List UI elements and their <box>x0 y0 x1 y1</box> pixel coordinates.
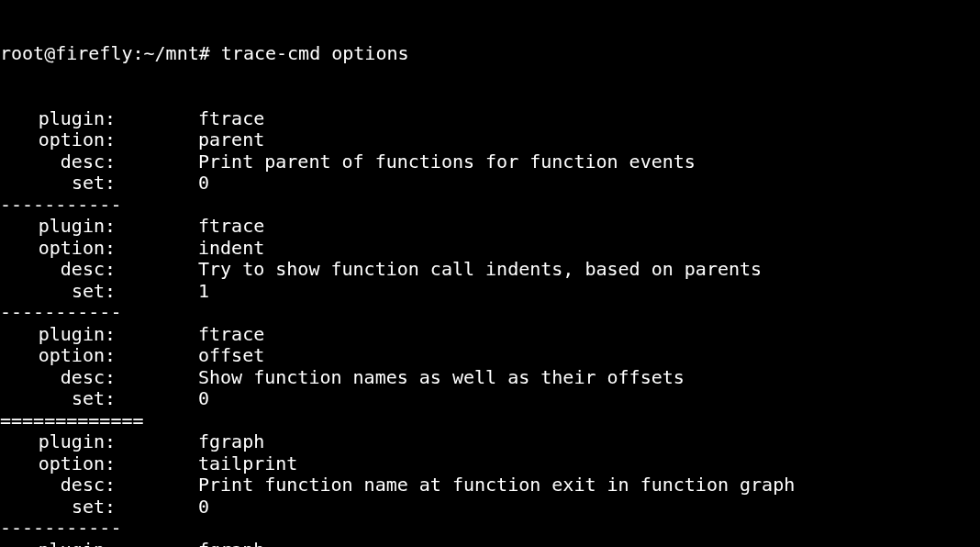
kv-row: set:0 <box>0 497 980 519</box>
desc-label: desc <box>0 367 105 389</box>
option-label: option <box>0 238 105 260</box>
option-value: indent <box>198 238 264 260</box>
desc-label: desc <box>0 151 105 173</box>
set-value: 1 <box>198 281 209 303</box>
plugin-label: plugin <box>0 431 105 453</box>
plugin-value: ftrace <box>198 216 264 238</box>
set-label: set <box>0 388 105 410</box>
kv-row: option:parent <box>0 129 980 151</box>
separator-minor: ----------- <box>0 195 980 217</box>
prompt: root@firefly:~/mnt# <box>0 42 221 64</box>
command-line: root@firefly:~/mnt# trace-cmd options <box>0 43 980 65</box>
desc-value: Try to show function call indents, based… <box>198 259 762 281</box>
desc-value: Print function name at function exit in … <box>198 474 795 497</box>
plugin-value: fgraph <box>198 540 264 548</box>
kv-row: plugin:ftrace <box>0 324 980 346</box>
set-label: set <box>0 497 105 519</box>
command: trace-cmd options <box>221 42 409 64</box>
option-label: option <box>0 453 105 475</box>
plugin-label: plugin <box>0 324 105 346</box>
plugin-label: plugin <box>0 108 105 130</box>
plugin-label: plugin <box>0 540 105 548</box>
option-value: parent <box>198 129 264 151</box>
kv-row: plugin:ftrace <box>0 108 980 130</box>
terminal[interactable]: root@firefly:~/mnt# trace-cmd options pl… <box>0 0 980 547</box>
kv-row: plugin:ftrace <box>0 216 980 238</box>
desc-value: Show function names as well as their off… <box>198 367 685 389</box>
separator-minor: ----------- <box>0 518 980 540</box>
plugin-value: ftrace <box>198 108 264 130</box>
kv-row: set:0 <box>0 173 980 195</box>
set-value: 0 <box>198 173 209 195</box>
kv-row: desc:Show function names as well as thei… <box>0 367 980 389</box>
plugin-label: plugin <box>0 216 105 238</box>
kv-row: option:offset <box>0 345 980 367</box>
kv-row: plugin:fgraph <box>0 431 980 453</box>
separator-major: ============= <box>0 410 980 432</box>
set-label: set <box>0 173 105 195</box>
option-label: option <box>0 345 105 367</box>
option-label: option <box>0 129 105 151</box>
kv-row: set:1 <box>0 281 980 303</box>
kv-row: desc:Print function name at function exi… <box>0 474 980 497</box>
kv-row: option:tailprint <box>0 453 980 475</box>
desc-value: Print parent of functions for function e… <box>198 151 696 173</box>
set-value: 0 <box>198 388 209 410</box>
plugin-value: ftrace <box>198 324 264 346</box>
plugin-value: fgraph <box>198 431 264 453</box>
kv-row: option:indent <box>0 238 980 260</box>
kv-row: desc:Try to show function call indents, … <box>0 259 980 281</box>
output-area: plugin:ftraceoption:parentdesc:Print par… <box>0 108 980 548</box>
set-value: 0 <box>198 497 209 519</box>
option-value: tailprint <box>198 453 297 475</box>
separator-minor: ----------- <box>0 302 980 324</box>
desc-label: desc <box>0 259 105 281</box>
kv-row: desc:Print parent of functions for funct… <box>0 151 980 173</box>
kv-row: set:0 <box>0 388 980 410</box>
desc-label: desc <box>0 474 105 497</box>
kv-row: plugin:fgraph <box>0 540 980 548</box>
option-value: offset <box>198 345 264 367</box>
set-label: set <box>0 281 105 303</box>
